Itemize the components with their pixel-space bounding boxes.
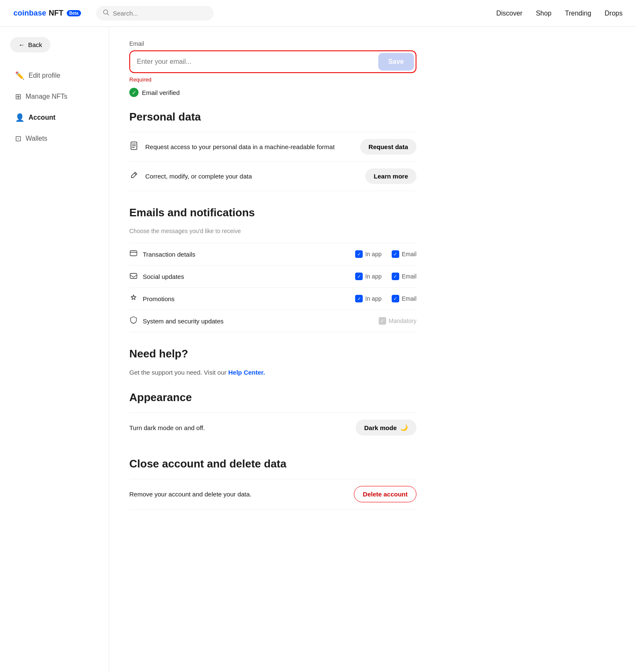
notif-social-checks: ✓ In app ✓ Email — [355, 273, 416, 280]
security-icon — [129, 316, 138, 326]
in-app-label-1: In app — [365, 273, 382, 280]
email-field[interactable] — [130, 52, 377, 71]
account-icon: 👤 — [15, 113, 24, 122]
appearance-row: Turn dark mode on and off. Dark mode 🌙 — [129, 412, 416, 442]
help-section: Need help? Get the support you need. Vis… — [129, 347, 416, 376]
data-row-request: Request access to your personal data in … — [129, 132, 416, 161]
delete-row: Remove your account and delete your data… — [129, 479, 416, 509]
personal-data-section: Personal data Request access to your per… — [129, 110, 416, 191]
sidebar-item-manage-nfts[interactable]: ⊞ Manage NFTs — [10, 87, 99, 106]
delete-section: Close account and delete data Remove you… — [129, 457, 416, 509]
grid-icon: ⊞ — [15, 92, 21, 101]
email-input-row: Save — [129, 50, 416, 73]
learn-more-button[interactable]: Learn more — [365, 168, 416, 184]
logo-area: coinbase NFT Beta — [13, 9, 81, 18]
promotions-inapp-check[interactable]: ✓ In app — [355, 295, 382, 302]
email-label-1: Email — [402, 273, 416, 280]
notif-row-security: System and security updates ✓ Mandatory — [129, 310, 416, 332]
promotions-inapp-checkbox[interactable]: ✓ — [355, 295, 363, 302]
promotions-icon — [129, 294, 138, 304]
document-icon — [129, 141, 139, 152]
required-text: Required — [129, 76, 416, 83]
email-label-0: Email — [402, 251, 416, 257]
search-input[interactable] — [113, 10, 207, 17]
transaction-email-check[interactable]: ✓ Email — [392, 250, 416, 258]
personal-data-heading: Personal data — [129, 110, 416, 123]
sidebar-item-wallets[interactable]: ⊡ Wallets — [10, 129, 99, 148]
sidebar-item-account[interactable]: 👤 Account — [10, 108, 99, 127]
main-content: Email Save Required ✓ Email verified Per… — [109, 27, 437, 672]
email-label-2: Email — [402, 295, 416, 302]
notif-security-checks: ✓ Mandatory — [379, 317, 416, 325]
back-label: Back — [28, 41, 42, 48]
delete-account-button[interactable]: Delete account — [354, 486, 416, 502]
sidebar-item-label-edit-profile: Edit profile — [29, 72, 60, 79]
save-button[interactable]: Save — [378, 53, 414, 71]
request-data-button[interactable]: Request data — [360, 139, 416, 155]
top-nav: Discover Shop Trending Drops — [496, 10, 623, 17]
notifications-section: Emails and notifications Choose the mess… — [129, 206, 416, 332]
sidebar-item-edit-profile[interactable]: ✏️ Edit profile — [10, 66, 99, 85]
social-email-checkbox[interactable]: ✓ — [392, 273, 399, 280]
dark-mode-button[interactable]: Dark mode 🌙 — [356, 420, 416, 436]
svg-rect-2 — [130, 251, 137, 256]
data-row-modify: Correct, modify, or complete your data L… — [129, 161, 416, 191]
verified-row: ✓ Email verified — [129, 88, 416, 97]
appearance-text: Turn dark mode on and off. — [129, 424, 356, 431]
appearance-heading: Appearance — [129, 391, 416, 404]
beta-badge: Beta — [67, 10, 81, 16]
notif-transaction-label: Transaction details — [143, 251, 350, 258]
transaction-icon — [129, 249, 138, 259]
help-text: Get the support you need. Visit our Help… — [129, 369, 416, 376]
help-heading: Need help? — [129, 347, 416, 360]
back-button[interactable]: ← Back — [10, 37, 50, 52]
in-app-label-2: In app — [365, 295, 382, 302]
verified-text: Email verified — [142, 89, 180, 96]
back-arrow-icon: ← — [18, 41, 25, 48]
edit-icon — [129, 171, 139, 182]
help-center-link[interactable]: Help Center. — [228, 369, 265, 376]
transaction-inapp-check[interactable]: ✓ In app — [355, 250, 382, 258]
transaction-email-checkbox[interactable]: ✓ — [392, 250, 399, 258]
header: coinbase NFT Beta Discover Shop Trending… — [0, 0, 636, 27]
nav-drops[interactable]: Drops — [605, 10, 623, 17]
email-section: Email Save Required ✓ Email verified — [129, 40, 416, 97]
pencil-icon: ✏️ — [15, 71, 24, 80]
promotions-email-checkbox[interactable]: ✓ — [392, 295, 399, 302]
notif-row-promotions: Promotions ✓ In app ✓ Email — [129, 287, 416, 310]
sidebar: ← Back ✏️ Edit profile ⊞ Manage NFTs 👤 A… — [0, 27, 109, 672]
data-row-modify-text: Correct, modify, or complete your data — [145, 172, 359, 181]
social-inapp-checkbox[interactable]: ✓ — [355, 273, 363, 280]
mandatory-label: Mandatory — [389, 318, 416, 324]
help-text-prefix: Get the support you need. Visit our — [129, 369, 228, 376]
transaction-inapp-checkbox[interactable]: ✓ — [355, 250, 363, 258]
sidebar-item-label-wallets: Wallets — [26, 135, 47, 142]
nav-discover[interactable]: Discover — [496, 10, 522, 17]
layout: ← Back ✏️ Edit profile ⊞ Manage NFTs 👤 A… — [0, 27, 636, 672]
email-label: Email — [129, 40, 416, 47]
social-email-check[interactable]: ✓ Email — [392, 273, 416, 280]
sidebar-item-label-account: Account — [29, 114, 55, 121]
delete-heading: Close account and delete data — [129, 457, 416, 470]
delete-text: Remove your account and delete your data… — [129, 491, 354, 498]
search-icon — [103, 9, 110, 17]
social-inapp-check[interactable]: ✓ In app — [355, 273, 382, 280]
security-mandatory-check: ✓ Mandatory — [379, 317, 416, 325]
notif-security-label: System and security updates — [143, 318, 374, 325]
in-app-label-0: In app — [365, 251, 382, 257]
logo-coinbase: coinbase — [13, 9, 46, 18]
appearance-section: Appearance Turn dark mode on and off. Da… — [129, 391, 416, 442]
notif-promotions-checks: ✓ In app ✓ Email — [355, 295, 416, 302]
notifications-heading: Emails and notifications — [129, 206, 416, 219]
dark-mode-icon: 🌙 — [400, 424, 408, 431]
nav-shop[interactable]: Shop — [536, 10, 551, 17]
promotions-email-check[interactable]: ✓ Email — [392, 295, 416, 302]
search-bar[interactable] — [96, 6, 214, 21]
nav-trending[interactable]: Trending — [565, 10, 592, 17]
notif-transaction-checks: ✓ In app ✓ Email — [355, 250, 416, 258]
social-icon — [129, 271, 138, 281]
sidebar-item-label-manage-nfts: Manage NFTs — [26, 93, 68, 100]
sidebar-nav: ✏️ Edit profile ⊞ Manage NFTs 👤 Account … — [10, 66, 99, 148]
notifications-subtitle: Choose the messages you'd like to receiv… — [129, 228, 416, 234]
logo-nft: NFT — [49, 9, 63, 18]
